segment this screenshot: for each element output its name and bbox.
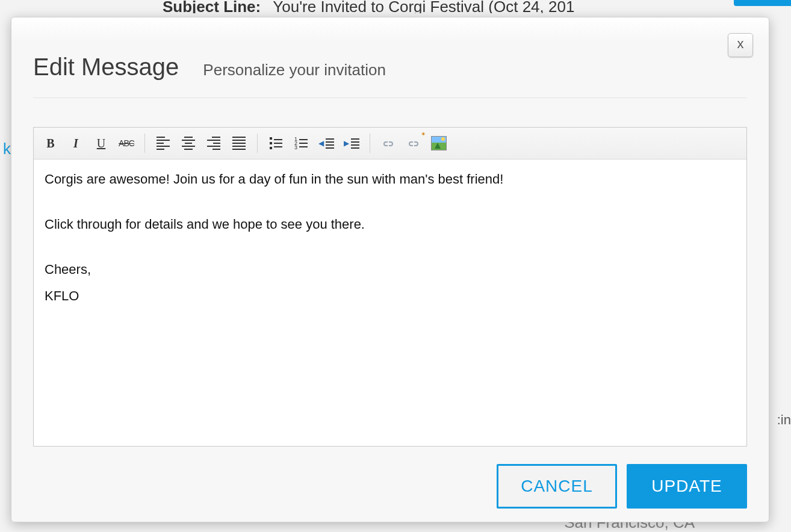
underline-icon: U	[97, 137, 105, 150]
subject-line-value: You're Invited to Corgi Festival (Oct 24…	[273, 0, 574, 13]
italic-icon: I	[73, 137, 78, 150]
background-top-right-button-fragment	[734, 0, 791, 6]
link-icon	[381, 140, 396, 147]
modal-title: Edit Message	[33, 54, 179, 81]
align-right-button[interactable]	[203, 133, 225, 153]
align-left-button[interactable]	[152, 133, 174, 153]
ordered-list-icon: 123	[294, 137, 308, 149]
message-body-input[interactable]: Corgis are awesome! Join us for a day of…	[34, 159, 746, 446]
editor-toolbar: B I U ABC	[34, 128, 746, 159]
insert-link-button[interactable]	[377, 133, 399, 153]
outdent-button[interactable]: ◀	[315, 133, 337, 153]
message-paragraph: Click through for details and we hope to…	[45, 215, 736, 234]
message-paragraph: Corgis are awesome! Join us for a day of…	[45, 170, 736, 189]
edit-message-modal: x Edit Message Personalize your invitati…	[11, 17, 769, 522]
background-right-text-fragment: :in	[777, 412, 791, 428]
align-justify-button[interactable]	[228, 133, 250, 153]
align-left-icon	[157, 137, 170, 150]
strikethrough-button[interactable]: ABC	[116, 133, 137, 153]
message-signature: KFLO	[45, 287, 736, 306]
rich-text-editor: B I U ABC	[33, 127, 747, 447]
bold-icon: B	[46, 137, 54, 150]
toolbar-separator	[257, 134, 258, 153]
unordered-list-icon	[270, 137, 282, 149]
modal-header: Edit Message Personalize your invitation	[33, 36, 747, 98]
update-button[interactable]: UPDATE	[627, 464, 747, 509]
unlink-icon	[406, 140, 421, 147]
update-button-label: UPDATE	[651, 477, 722, 496]
insert-image-button[interactable]	[428, 133, 450, 153]
close-button[interactable]: x	[728, 33, 753, 57]
toolbar-separator	[144, 134, 145, 153]
align-right-icon	[207, 137, 220, 150]
strikethrough-icon: ABC	[119, 138, 134, 148]
cancel-button[interactable]: CANCEL	[497, 464, 617, 509]
modal-subtitle: Personalize your invitation	[203, 61, 386, 79]
indent-icon: ▶	[344, 138, 359, 149]
background-left-text-fragment: k	[0, 140, 11, 158]
subject-line-row: Subject Line: You're Invited to Corgi Fe…	[0, 0, 791, 13]
underline-button[interactable]: U	[90, 133, 112, 153]
outdent-icon: ◀	[318, 138, 334, 149]
subject-line-label: Subject Line:	[163, 0, 261, 13]
unordered-list-button[interactable]	[265, 133, 287, 153]
italic-button[interactable]: I	[65, 133, 87, 153]
ordered-list-button[interactable]: 123	[290, 133, 312, 153]
align-center-icon	[182, 137, 195, 150]
unlink-spark-icon: ✶	[421, 131, 426, 137]
remove-link-button[interactable]: ✶	[403, 133, 424, 153]
image-icon	[431, 136, 447, 150]
bold-button[interactable]: B	[40, 133, 61, 153]
align-justify-icon	[232, 137, 246, 150]
toolbar-separator	[370, 134, 370, 153]
close-icon: x	[737, 36, 744, 51]
message-paragraph: Cheers,	[45, 261, 736, 279]
align-center-button[interactable]	[178, 133, 199, 153]
indent-button[interactable]: ▶	[341, 133, 362, 153]
modal-footer: CANCEL UPDATE	[497, 464, 747, 509]
cancel-button-label: CANCEL	[521, 477, 593, 496]
